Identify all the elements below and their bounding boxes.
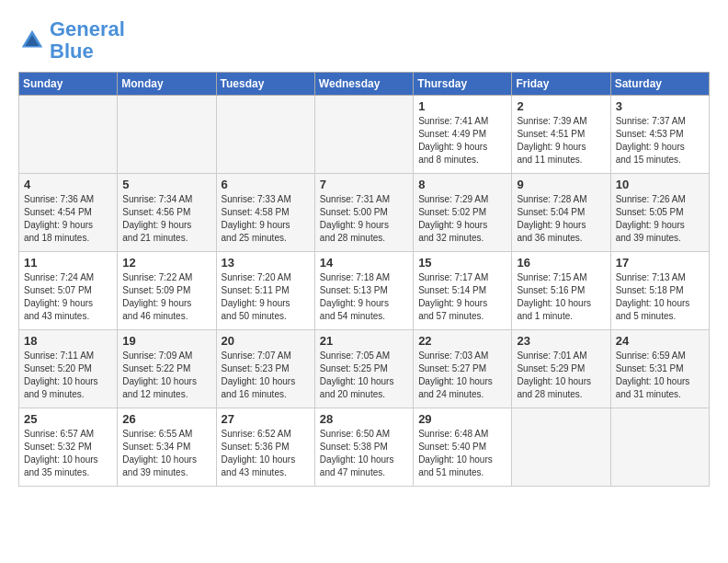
cell-info: Sunrise: 7:13 AM Sunset: 5:18 PM Dayligh… [616,271,704,323]
calendar-cell [216,96,314,174]
logo-icon [18,27,46,54]
day-number: 29 [418,412,506,426]
calendar-cell: 20Sunrise: 7:07 AM Sunset: 5:23 PM Dayli… [216,330,314,408]
cell-info: Sunrise: 7:01 AM Sunset: 5:29 PM Dayligh… [517,350,605,401]
calendar-cell: 14Sunrise: 7:18 AM Sunset: 5:13 PM Dayli… [314,252,413,330]
calendar-cell: 17Sunrise: 7:13 AM Sunset: 5:18 PM Dayli… [610,252,709,330]
calendar-week-row: 1Sunrise: 7:41 AM Sunset: 4:49 PM Daylig… [19,96,710,174]
calendar-cell [118,96,216,174]
cell-info: Sunrise: 6:59 AM Sunset: 5:31 PM Dayligh… [616,350,704,401]
weekday-header-monday: Monday [118,73,216,96]
day-number: 18 [24,334,112,348]
calendar-table: SundayMondayTuesdayWednesdayThursdayFrid… [18,72,710,487]
calendar-cell: 9Sunrise: 7:28 AM Sunset: 5:04 PM Daylig… [512,174,610,252]
cell-info: Sunrise: 7:22 AM Sunset: 5:09 PM Dayligh… [122,271,210,323]
calendar-cell [610,408,709,487]
day-number: 22 [418,334,506,348]
day-number: 9 [517,178,605,191]
weekday-header-tuesday: Tuesday [216,73,314,96]
day-number: 25 [24,412,112,426]
calendar-cell: 22Sunrise: 7:03 AM Sunset: 5:27 PM Dayli… [414,330,512,408]
day-number: 24 [616,334,704,348]
day-number: 13 [222,256,310,270]
day-number: 14 [320,256,408,270]
calendar-cell: 27Sunrise: 6:52 AM Sunset: 5:36 PM Dayli… [216,408,314,487]
cell-info: Sunrise: 7:15 AM Sunset: 5:16 PM Dayligh… [517,271,605,323]
calendar-cell [314,96,413,174]
calendar-cell: 24Sunrise: 6:59 AM Sunset: 5:31 PM Dayli… [610,330,709,408]
cell-info: Sunrise: 6:52 AM Sunset: 5:36 PM Dayligh… [222,428,310,479]
calendar-cell: 6Sunrise: 7:33 AM Sunset: 4:58 PM Daylig… [216,174,314,252]
day-number: 26 [122,412,210,426]
weekday-header-thursday: Thursday [414,73,512,96]
calendar-cell: 15Sunrise: 7:17 AM Sunset: 5:14 PM Dayli… [414,252,512,330]
cell-info: Sunrise: 6:48 AM Sunset: 5:40 PM Dayligh… [418,428,506,479]
day-number: 12 [122,256,210,270]
day-number: 7 [320,178,408,191]
cell-info: Sunrise: 7:24 AM Sunset: 5:07 PM Dayligh… [24,271,112,323]
day-number: 17 [616,256,704,270]
calendar-cell: 10Sunrise: 7:26 AM Sunset: 5:05 PM Dayli… [610,174,709,252]
cell-info: Sunrise: 7:36 AM Sunset: 4:54 PM Dayligh… [24,193,112,245]
weekday-header-friday: Friday [512,73,610,96]
day-number: 28 [320,412,408,426]
cell-info: Sunrise: 7:28 AM Sunset: 5:04 PM Dayligh… [517,193,605,245]
cell-info: Sunrise: 7:17 AM Sunset: 5:14 PM Dayligh… [418,271,506,323]
day-number: 21 [320,334,408,348]
day-number: 3 [616,99,704,113]
calendar-cell [19,96,118,174]
cell-info: Sunrise: 7:11 AM Sunset: 5:20 PM Dayligh… [24,350,112,401]
day-number: 5 [122,178,210,191]
cell-info: Sunrise: 7:03 AM Sunset: 5:27 PM Dayligh… [418,350,506,401]
cell-info: Sunrise: 7:18 AM Sunset: 5:13 PM Dayligh… [320,271,408,323]
weekday-header-sunday: Sunday [19,73,118,96]
weekday-header-saturday: Saturday [610,73,709,96]
calendar-cell: 5Sunrise: 7:34 AM Sunset: 4:56 PM Daylig… [118,174,216,252]
calendar-cell [512,408,610,487]
day-number: 11 [24,256,112,270]
calendar-cell: 3Sunrise: 7:37 AM Sunset: 4:53 PM Daylig… [610,96,709,174]
day-number: 6 [222,178,310,191]
cell-info: Sunrise: 7:09 AM Sunset: 5:22 PM Dayligh… [122,350,210,401]
calendar-cell: 23Sunrise: 7:01 AM Sunset: 5:29 PM Dayli… [512,330,610,408]
weekday-header-row: SundayMondayTuesdayWednesdayThursdayFrid… [19,73,710,96]
day-number: 23 [517,334,605,348]
day-number: 19 [122,334,210,348]
day-number: 20 [222,334,310,348]
cell-info: Sunrise: 6:57 AM Sunset: 5:32 PM Dayligh… [24,428,112,479]
calendar-cell: 12Sunrise: 7:22 AM Sunset: 5:09 PM Dayli… [118,252,216,330]
calendar-cell: 13Sunrise: 7:20 AM Sunset: 5:11 PM Dayli… [216,252,314,330]
cell-info: Sunrise: 7:07 AM Sunset: 5:23 PM Dayligh… [222,350,310,401]
day-number: 16 [517,256,605,270]
cell-info: Sunrise: 6:55 AM Sunset: 5:34 PM Dayligh… [122,428,210,479]
calendar-cell: 26Sunrise: 6:55 AM Sunset: 5:34 PM Dayli… [118,408,216,487]
cell-info: Sunrise: 7:31 AM Sunset: 5:00 PM Dayligh… [320,193,408,245]
calendar-cell: 8Sunrise: 7:29 AM Sunset: 5:02 PM Daylig… [414,174,512,252]
cell-info: Sunrise: 7:39 AM Sunset: 4:51 PM Dayligh… [517,115,605,167]
day-number: 10 [616,178,704,191]
page-header: General Blue [18,18,710,63]
calendar-cell: 4Sunrise: 7:36 AM Sunset: 4:54 PM Daylig… [19,174,118,252]
calendar-cell: 29Sunrise: 6:48 AM Sunset: 5:40 PM Dayli… [414,408,512,487]
cell-info: Sunrise: 7:05 AM Sunset: 5:25 PM Dayligh… [320,350,408,401]
cell-info: Sunrise: 7:33 AM Sunset: 4:58 PM Dayligh… [222,193,310,245]
day-number: 1 [418,99,506,113]
cell-info: Sunrise: 7:29 AM Sunset: 5:02 PM Dayligh… [418,193,506,245]
calendar-cell: 28Sunrise: 6:50 AM Sunset: 5:38 PM Dayli… [314,408,413,487]
logo: General Blue [18,18,125,63]
calendar-cell: 7Sunrise: 7:31 AM Sunset: 5:00 PM Daylig… [314,174,413,252]
cell-info: Sunrise: 7:34 AM Sunset: 4:56 PM Dayligh… [122,193,210,245]
calendar-week-row: 25Sunrise: 6:57 AM Sunset: 5:32 PM Dayli… [19,408,710,487]
calendar-cell: 21Sunrise: 7:05 AM Sunset: 5:25 PM Dayli… [314,330,413,408]
cell-info: Sunrise: 7:37 AM Sunset: 4:53 PM Dayligh… [616,115,704,167]
day-number: 27 [222,412,310,426]
cell-info: Sunrise: 7:26 AM Sunset: 5:05 PM Dayligh… [616,193,704,245]
calendar-cell: 25Sunrise: 6:57 AM Sunset: 5:32 PM Dayli… [19,408,118,487]
day-number: 4 [24,178,112,191]
calendar-cell: 19Sunrise: 7:09 AM Sunset: 5:22 PM Dayli… [118,330,216,408]
calendar-cell: 11Sunrise: 7:24 AM Sunset: 5:07 PM Dayli… [19,252,118,330]
cell-info: Sunrise: 6:50 AM Sunset: 5:38 PM Dayligh… [320,428,408,479]
calendar-cell: 18Sunrise: 7:11 AM Sunset: 5:20 PM Dayli… [19,330,118,408]
day-number: 8 [418,178,506,191]
weekday-header-wednesday: Wednesday [314,73,413,96]
